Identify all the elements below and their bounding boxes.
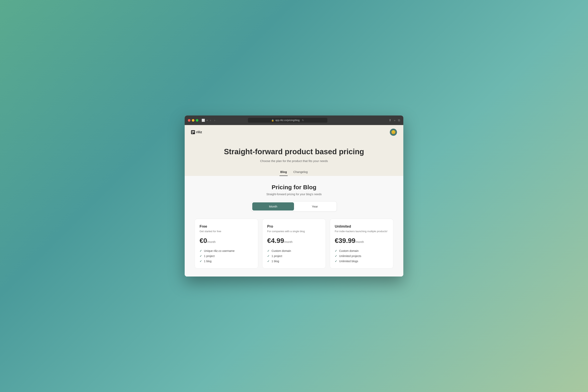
- free-plan-features: ✓ Unique riliz.co username ✓ 1 project ✓…: [200, 249, 253, 263]
- free-plan-price: €0/month: [200, 237, 253, 244]
- check-icon: ✓: [200, 249, 202, 252]
- list-item: ✓ Custom domain: [335, 249, 388, 252]
- forward-button[interactable]: ›: [214, 118, 216, 122]
- svg-rect-2: [192, 132, 193, 134]
- check-icon: ✓: [335, 249, 337, 252]
- feature-text: Unique riliz.co username: [204, 249, 234, 252]
- check-icon: ✓: [200, 254, 202, 258]
- sidebar-toggle-icon[interactable]: ⬜: [202, 119, 205, 122]
- pro-price-period: /month: [284, 240, 292, 244]
- browser-actions: ⬆ + ⧉: [389, 118, 400, 122]
- list-item: ✓ 1 project: [200, 254, 253, 258]
- svg-rect-0: [192, 131, 193, 132]
- feature-text: Unlimited blogs: [339, 260, 358, 263]
- avatar-emoji: 😊: [391, 130, 396, 134]
- url-text: app.riliz.co/pricing/blog: [275, 119, 300, 122]
- feature-text: Custom domain: [272, 249, 291, 252]
- chevron-down-icon: ▾: [206, 119, 208, 122]
- billing-toggle: Month Year: [191, 201, 397, 212]
- product-tabs: Blog Changelog: [191, 168, 397, 176]
- unlimited-plan-features: ✓ Custom domain ✓ Unlimited projects ✓ U…: [335, 249, 388, 263]
- maximize-button[interactable]: [196, 119, 198, 122]
- list-item: ✓ Unlimited projects: [335, 254, 388, 258]
- browser-window: ⬜ ▾ ‹ › 🔒 app.riliz.co/pricing/blog ↻ ⬆ …: [185, 116, 403, 276]
- unlimited-plan-name: Unlimited: [335, 224, 388, 228]
- year-toggle-button[interactable]: Year: [294, 202, 336, 210]
- logo-text: riliz: [196, 130, 202, 134]
- svg-rect-1: [193, 131, 194, 132]
- check-icon: ✓: [267, 260, 270, 263]
- pro-price-amount: €4.99: [267, 237, 284, 244]
- check-icon: ✓: [267, 254, 270, 258]
- hero-subtitle: Choose the plan for the product that fit…: [191, 159, 397, 162]
- traffic-lights: [188, 119, 198, 122]
- logo: riliz: [191, 130, 202, 134]
- check-icon: ✓: [200, 260, 202, 263]
- free-price-period: /month: [207, 240, 216, 244]
- pro-plan-description: For companies with a single blog: [267, 230, 321, 233]
- address-bar[interactable]: 🔒 app.riliz.co/pricing/blog ↻: [248, 118, 328, 123]
- avatar[interactable]: 😊: [390, 128, 397, 136]
- page-content: riliz 😊 Straight-forward product based p…: [185, 125, 403, 276]
- new-tab-button[interactable]: +: [394, 119, 396, 122]
- tab-blog[interactable]: Blog: [280, 168, 288, 176]
- hero-section: Straight-forward product based pricing C…: [185, 139, 403, 176]
- free-plan-name: Free: [200, 224, 253, 228]
- list-item: ✓ 1 blog: [267, 260, 321, 263]
- pricing-cards: Free Get started for free €0/month ✓ Uni…: [194, 219, 394, 268]
- logo-icon: [191, 130, 195, 134]
- pro-plan-name: Pro: [267, 224, 321, 228]
- unlimited-plan-price: €39.99/month: [335, 237, 388, 244]
- unlimited-price-period: /month: [356, 240, 364, 244]
- free-plan-description: Get started for free: [200, 230, 253, 233]
- share-button[interactable]: ⬆: [389, 118, 392, 122]
- tab-changelog[interactable]: Changelog: [292, 168, 308, 176]
- check-icon: ✓: [335, 254, 337, 258]
- list-item: ✓ Unlimited blogs: [335, 260, 388, 263]
- feature-text: 1 blog: [204, 260, 212, 263]
- pro-plan-features: ✓ Custom domain ✓ 1 project ✓ 1 blog: [267, 249, 321, 263]
- feature-text: Unlimited projects: [339, 254, 361, 258]
- feature-text: Custom domain: [339, 249, 358, 252]
- check-icon: ✓: [267, 249, 270, 252]
- minimize-button[interactable]: [192, 119, 194, 122]
- browser-controls: ⬜ ▾ ‹ ›: [202, 118, 216, 122]
- pricing-title: Pricing for Blog: [191, 184, 397, 191]
- check-icon: ✓: [335, 260, 337, 263]
- list-item: ✓ 1 project: [267, 254, 321, 258]
- hero-title: Straight-forward product based pricing: [191, 147, 397, 156]
- feature-text: 1 project: [272, 254, 282, 258]
- list-item: ✓ 1 blog: [200, 260, 253, 263]
- unlimited-plan-description: For indie-hackers launching multiple pro…: [335, 230, 388, 233]
- pro-plan-card: Pro For companies with a single blog €4.…: [262, 219, 326, 268]
- close-button[interactable]: [188, 119, 190, 122]
- unlimited-plan-card: Unlimited For indie-hackers launching mu…: [330, 219, 394, 268]
- free-plan-card: Free Get started for free €0/month ✓ Uni…: [194, 219, 258, 268]
- month-toggle-button[interactable]: Month: [252, 202, 294, 210]
- feature-text: 1 blog: [272, 260, 279, 263]
- pro-plan-price: €4.99/month: [267, 237, 321, 244]
- toggle-container: Month Year: [251, 201, 337, 212]
- tabs-button[interactable]: ⧉: [398, 118, 400, 122]
- unlimited-price-amount: €39.99: [335, 237, 356, 244]
- main-content: Pricing for Blog Straight-forward pricin…: [185, 176, 403, 276]
- lock-icon: 🔒: [271, 119, 274, 122]
- free-price-amount: €0: [200, 237, 207, 244]
- list-item: ✓ Unique riliz.co username: [200, 249, 253, 252]
- pricing-subtitle: Straight-forward pricing for your blog's…: [191, 192, 397, 196]
- browser-chrome: ⬜ ▾ ‹ › 🔒 app.riliz.co/pricing/blog ↻ ⬆ …: [185, 116, 403, 125]
- list-item: ✓ Custom domain: [267, 249, 321, 252]
- reload-icon[interactable]: ↻: [302, 119, 304, 122]
- back-button[interactable]: ‹: [209, 118, 212, 122]
- feature-text: 1 project: [204, 254, 215, 258]
- navbar: riliz 😊: [185, 125, 403, 139]
